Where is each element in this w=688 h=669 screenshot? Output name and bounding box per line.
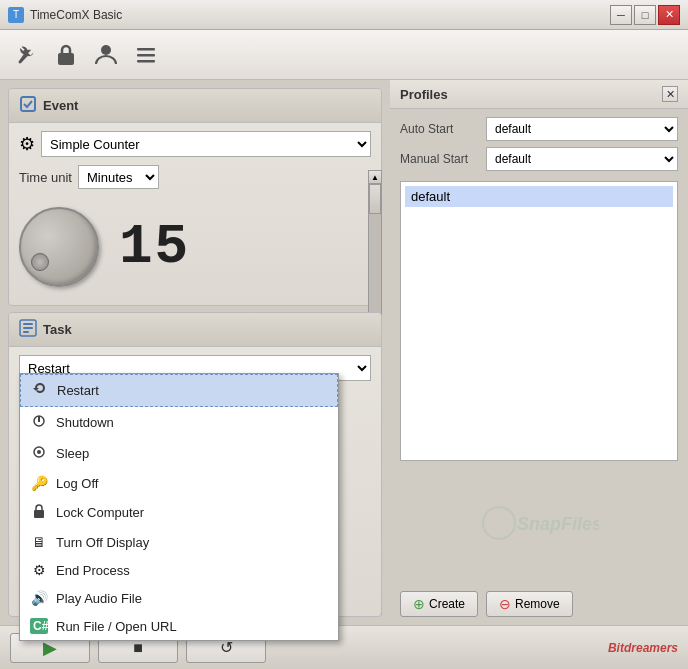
remove-label: Remove bbox=[515, 597, 560, 611]
knob-indicator bbox=[31, 253, 49, 271]
time-display: 15 bbox=[119, 219, 190, 275]
event-body: ⚙ Simple Counter Time unit Minutes Secon… bbox=[9, 123, 381, 305]
runfile-icon: C# bbox=[30, 618, 48, 634]
dropdown-label-sleep: Sleep bbox=[56, 446, 89, 461]
svg-rect-9 bbox=[23, 331, 29, 333]
dropdown-item-turnoff[interactable]: 🖥 Turn Off Display bbox=[20, 528, 338, 556]
dropdown-item-logoff[interactable]: 🔑 Log Off bbox=[20, 469, 338, 497]
left-panel: Event ⚙ Simple Counter Time unit Minutes… bbox=[0, 80, 390, 625]
auto-start-row: Auto Start default bbox=[400, 117, 678, 141]
turnoff-icon: 🖥 bbox=[30, 534, 48, 550]
profiles-panel: Profiles ✕ Auto Start default Manual Sta… bbox=[390, 80, 688, 625]
dropdown-label-restart: Restart bbox=[57, 383, 99, 398]
event-section-header: Event bbox=[9, 89, 381, 123]
remove-icon: ⊖ bbox=[499, 596, 511, 612]
minimize-button[interactable]: ─ bbox=[610, 5, 632, 25]
brand-logo: Bitdreamers bbox=[608, 641, 678, 655]
task-icon bbox=[19, 319, 37, 340]
dropdown-label-turnoff: Turn Off Display bbox=[56, 535, 149, 550]
svg-text:SnapFiles: SnapFiles bbox=[517, 514, 599, 534]
logoff-icon: 🔑 bbox=[30, 475, 48, 491]
manual-start-select[interactable]: default bbox=[486, 147, 678, 171]
svg-rect-4 bbox=[137, 60, 155, 63]
toolbar bbox=[0, 30, 688, 80]
auto-start-label: Auto Start bbox=[400, 122, 480, 136]
lock-icon[interactable] bbox=[50, 39, 82, 71]
time-unit-label: Time unit bbox=[19, 170, 72, 185]
app-title: TimeComX Basic bbox=[30, 8, 610, 22]
dropdown-label-lock: Lock Computer bbox=[56, 505, 144, 520]
brand-text: Bitdreamers bbox=[608, 641, 678, 655]
dropdown-item-runfile[interactable]: C# Run File / Open URL bbox=[20, 612, 338, 640]
profiles-close-button[interactable]: ✕ bbox=[662, 86, 678, 102]
time-unit-row: Time unit Minutes Seconds Hours bbox=[19, 165, 371, 189]
event-type-select[interactable]: Simple Counter bbox=[41, 131, 371, 157]
svg-point-13 bbox=[37, 450, 41, 454]
shutdown-icon bbox=[30, 413, 48, 432]
event-title: Event bbox=[43, 98, 78, 113]
svg-point-15 bbox=[483, 507, 515, 539]
profiles-actions: ⊕ Create ⊖ Remove bbox=[390, 583, 688, 625]
maximize-button[interactable]: □ bbox=[634, 5, 656, 25]
manual-start-label: Manual Start bbox=[400, 152, 480, 166]
dropdown-label-logoff: Log Off bbox=[56, 476, 98, 491]
profile-list-item[interactable]: default bbox=[405, 186, 673, 207]
svg-point-1 bbox=[101, 45, 111, 55]
task-section: Task Restart Restart bbox=[8, 312, 382, 617]
time-knob[interactable] bbox=[19, 207, 99, 287]
dropdown-label-shutdown: Shutdown bbox=[56, 415, 114, 430]
counter-icon: ⚙ bbox=[19, 133, 35, 155]
svg-rect-3 bbox=[137, 54, 155, 57]
title-bar: T TimeComX Basic ─ □ ✕ bbox=[0, 0, 688, 30]
svg-rect-0 bbox=[58, 53, 74, 65]
dropdown-item-shutdown[interactable]: Shutdown bbox=[20, 407, 338, 438]
scroll-thumb[interactable] bbox=[369, 184, 381, 214]
create-icon: ⊕ bbox=[413, 596, 425, 612]
list-icon[interactable] bbox=[130, 39, 162, 71]
event-icon bbox=[19, 95, 37, 116]
svg-rect-5 bbox=[21, 97, 35, 111]
remove-profile-button[interactable]: ⊖ Remove bbox=[486, 591, 573, 617]
snapfiles-watermark: SnapFiles bbox=[390, 469, 688, 583]
app-icon: T bbox=[8, 7, 24, 23]
task-dropdown-menu: Restart Shutdown bbox=[19, 373, 339, 641]
dropdown-item-endprocess[interactable]: ⚙ End Process bbox=[20, 556, 338, 584]
lock-computer-icon bbox=[30, 503, 48, 522]
event-select-row: ⚙ Simple Counter bbox=[19, 131, 371, 157]
user-icon[interactable] bbox=[90, 39, 122, 71]
task-section-header: Task bbox=[9, 313, 381, 347]
svg-rect-8 bbox=[23, 327, 33, 329]
auto-start-select[interactable]: default bbox=[486, 117, 678, 141]
dropdown-item-lock[interactable]: Lock Computer bbox=[20, 497, 338, 528]
dropdown-label-endprocess: End Process bbox=[56, 563, 130, 578]
main-content: Event ⚙ Simple Counter Time unit Minutes… bbox=[0, 80, 688, 625]
dropdown-label-runfile: Run File / Open URL bbox=[56, 619, 177, 634]
profiles-header: Profiles ✕ bbox=[390, 80, 688, 109]
profiles-body: Auto Start default Manual Start default … bbox=[390, 109, 688, 469]
create-label: Create bbox=[429, 597, 465, 611]
close-button[interactable]: ✕ bbox=[658, 5, 680, 25]
snapfiles-logo: SnapFiles bbox=[479, 503, 599, 549]
svg-rect-7 bbox=[23, 323, 33, 325]
playaudio-icon: 🔊 bbox=[30, 590, 48, 606]
endprocess-icon: ⚙ bbox=[30, 562, 48, 578]
dropdown-item-restart[interactable]: Restart bbox=[20, 374, 338, 407]
manual-start-row: Manual Start default bbox=[400, 147, 678, 171]
profiles-title: Profiles bbox=[400, 87, 448, 102]
task-title: Task bbox=[43, 322, 72, 337]
knob-area: 15 bbox=[19, 197, 371, 297]
create-profile-button[interactable]: ⊕ Create bbox=[400, 591, 478, 617]
dropdown-item-sleep[interactable]: Sleep bbox=[20, 438, 338, 469]
time-unit-select[interactable]: Minutes Seconds Hours bbox=[78, 165, 159, 189]
scroll-up-button[interactable]: ▲ bbox=[368, 170, 382, 184]
restart-icon bbox=[31, 381, 49, 400]
window-controls: ─ □ ✕ bbox=[610, 5, 680, 25]
profiles-list: default bbox=[400, 181, 678, 461]
sleep-icon bbox=[30, 444, 48, 463]
svg-rect-2 bbox=[137, 48, 155, 51]
event-section: Event ⚙ Simple Counter Time unit Minutes… bbox=[8, 88, 382, 306]
wrench-icon[interactable] bbox=[10, 39, 42, 71]
dropdown-item-playaudio[interactable]: 🔊 Play Audio File bbox=[20, 584, 338, 612]
svg-rect-14 bbox=[34, 510, 44, 518]
dropdown-label-playaudio: Play Audio File bbox=[56, 591, 142, 606]
